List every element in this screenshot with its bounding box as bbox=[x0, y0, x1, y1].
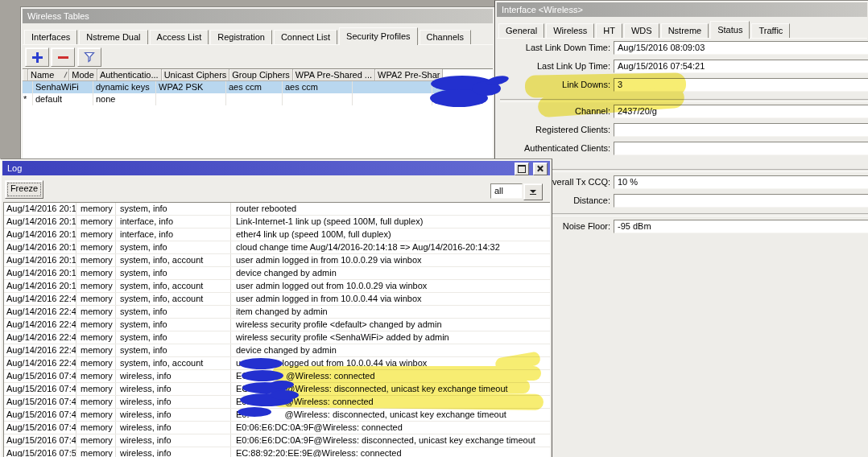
log-topics: system, info bbox=[116, 306, 231, 318]
log-message: wireless security profile <default> chan… bbox=[231, 319, 550, 331]
log-filter-select[interactable]: all bbox=[490, 183, 523, 199]
close-button[interactable] bbox=[533, 163, 548, 175]
column-header[interactable]: Mode bbox=[69, 69, 97, 81]
tab-label: Channels bbox=[427, 32, 464, 42]
log-row[interactable]: Aug/14/2016 20:18:49 memory system, info… bbox=[4, 280, 550, 293]
table-row[interactable]: SenhaWiFi dynamic keys WPA2 PSK aes ccm … bbox=[23, 81, 493, 93]
log-topics: wireless, info bbox=[116, 434, 231, 447]
column-header[interactable]: Name bbox=[28, 69, 69, 81]
interface-panel-tab[interactable]: Nstreme bbox=[661, 23, 709, 38]
log-row[interactable]: Aug/14/2016 22:46:29 memory system, info… bbox=[4, 306, 550, 319]
log-message: user admin logged in from 10.0.0.44 via … bbox=[231, 293, 550, 305]
interface-panel-tab[interactable]: HT bbox=[596, 23, 622, 38]
log-message-text: EC: bbox=[236, 371, 250, 381]
log-titlebar[interactable]: Log bbox=[2, 161, 550, 175]
log-message: wireless security profile <SenhaWiFi> ad… bbox=[231, 331, 550, 344]
log-row[interactable]: Aug/15/2016 07:40:10 memory wireless, in… bbox=[4, 383, 550, 396]
minus-icon bbox=[58, 56, 68, 59]
log-row[interactable]: Aug/14/2016 20:14:53 memory system, info… bbox=[4, 254, 550, 267]
log-row[interactable]: Aug/15/2016 07:40:05 memory wireless, in… bbox=[4, 370, 550, 383]
table-row[interactable]: * default none bbox=[23, 93, 493, 105]
log-row[interactable]: Aug/14/2016 22:47:36 memory system, info… bbox=[4, 319, 550, 331]
log-row[interactable]: Aug/14/2016 20:14:10 memory interface, i… bbox=[4, 216, 550, 228]
log-message-text: user admin logged out from 10.0.0.29 via… bbox=[236, 281, 427, 290]
log-time: Aug/14/2016 22:49:00 bbox=[4, 331, 76, 344]
log-message-text: E0: bbox=[236, 410, 250, 419]
log-row[interactable]: Aug/14/2016 20:14:32 memory system, info… bbox=[4, 241, 550, 254]
wireless-tables-tab[interactable]: Connect List bbox=[274, 30, 337, 44]
column-header-label: Group Ciphers bbox=[232, 70, 290, 80]
column-header[interactable]: WPA Pre-Shared ... bbox=[293, 69, 375, 81]
cell-authentication: WPA2 PSK bbox=[156, 81, 226, 93]
cell-name: default bbox=[33, 93, 93, 105]
log-row[interactable]: Aug/14/2016 22:49:12 memory system, info… bbox=[4, 344, 550, 357]
wireless-tables-tab[interactable]: Security Profiles bbox=[339, 27, 417, 45]
log-buffer: memory bbox=[76, 267, 116, 279]
column-header[interactable]: WPA2 Pre-Shar bbox=[375, 69, 443, 81]
log-row[interactable]: Aug/14/2016 22:49:17 memory system, info… bbox=[4, 357, 550, 370]
log-row[interactable]: Aug/14/2016 20:14:10 memory interface, i… bbox=[4, 228, 550, 241]
column-header[interactable]: Unicast Ciphers bbox=[162, 69, 230, 81]
link-downs-value: 3 bbox=[614, 78, 868, 92]
add-button[interactable] bbox=[25, 47, 49, 67]
log-filter-dropdown-button[interactable] bbox=[523, 183, 543, 200]
interface-panel-tab[interactable]: WDS bbox=[624, 23, 659, 38]
wireless-tables-tab[interactable]: Channels bbox=[420, 30, 471, 44]
winbox-desktop: { "annotations": { "highlight_color": "#… bbox=[0, 0, 868, 457]
log-row[interactable]: Aug/15/2016 07:44:40 memory wireless, in… bbox=[4, 409, 550, 422]
interface-panel-tab[interactable]: Wireless bbox=[546, 23, 594, 38]
column-header-label: Unicast Ciphers bbox=[164, 70, 227, 80]
maximize-button[interactable] bbox=[515, 163, 529, 175]
separator bbox=[500, 169, 868, 172]
cell-wpa-psk bbox=[353, 93, 432, 105]
log-topics: wireless, info bbox=[116, 383, 231, 395]
log-time: Aug/14/2016 20:14:10 bbox=[4, 228, 76, 241]
remove-button[interactable] bbox=[51, 47, 75, 67]
freeze-button[interactable]: Freeze bbox=[5, 180, 43, 199]
log-message: E0:06:E6:DC:0A:9F@Wireless: disconnected… bbox=[231, 434, 550, 447]
log-row[interactable]: Aug/15/2016 07:44:41 memory wireless, in… bbox=[4, 422, 550, 434]
log-time: Aug/14/2016 22:45:22 bbox=[4, 293, 76, 305]
cell-wpa2-psk bbox=[432, 93, 493, 105]
security-profiles-table: Name Mode Authenticatio... Unicast Ciphe… bbox=[23, 68, 493, 160]
cell-wpa2-psk bbox=[432, 81, 493, 93]
column-header[interactable]: Group Ciphers bbox=[229, 69, 293, 81]
log-row[interactable]: Aug/15/2016 07:44:35 memory wireless, in… bbox=[4, 396, 550, 409]
filter-button[interactable] bbox=[77, 47, 101, 67]
log-row[interactable]: Aug/15/2016 07:44:46 memory wireless, in… bbox=[4, 434, 550, 447]
log-list[interactable]: Aug/14/2016 20:14:02 memory system, info… bbox=[3, 202, 550, 457]
log-topics: wireless, info bbox=[116, 396, 231, 408]
cell-mode: dynamic keys bbox=[93, 81, 156, 93]
column-header[interactable] bbox=[23, 69, 28, 81]
log-row[interactable]: Aug/14/2016 22:45:22 memory system, info… bbox=[4, 293, 550, 306]
log-row[interactable]: Aug/14/2016 22:49:00 memory system, info… bbox=[4, 331, 550, 344]
wireless-tables-tab[interactable]: Interfaces bbox=[24, 30, 77, 44]
log-message: device changed by admin bbox=[231, 267, 550, 279]
column-header[interactable]: Authenticatio... bbox=[97, 69, 162, 81]
log-message-text: Link-Internet-1 link up (speed 100M, ful… bbox=[236, 216, 423, 226]
wireless-tables-tab[interactable]: Nstreme Dual bbox=[79, 30, 147, 44]
log-topics: system, info bbox=[116, 203, 231, 215]
log-row[interactable]: Aug/14/2016 20:16:12 memory system, info… bbox=[4, 267, 550, 280]
log-time: Aug/15/2016 07:44:41 bbox=[4, 422, 76, 434]
log-row[interactable]: Aug/15/2016 07:50:19 memory wireless, in… bbox=[4, 447, 550, 457]
column-header-label: Name bbox=[31, 70, 54, 80]
log-time: Aug/15/2016 07:50:19 bbox=[4, 447, 76, 457]
wireless-tables-tab[interactable]: Access List bbox=[150, 30, 209, 44]
log-message-text: item changed by admin bbox=[236, 307, 328, 316]
log-message: user admin logged in from 10.0.0.29 via … bbox=[231, 254, 550, 266]
interface-panel-titlebar[interactable]: Interface <Wireless> bbox=[497, 2, 867, 17]
log-message-text: wireless security profile <default> chan… bbox=[236, 319, 442, 329]
interface-panel-tab[interactable]: General bbox=[498, 23, 544, 38]
log-topics: system, info, account bbox=[116, 293, 231, 305]
interface-panel-tab[interactable]: Status bbox=[710, 21, 750, 39]
log-row[interactable]: Aug/14/2016 20:14:02 memory system, info… bbox=[4, 203, 550, 216]
interface-panel-tab[interactable]: Traffic bbox=[751, 23, 790, 38]
wireless-tables-tab[interactable]: Registration bbox=[210, 30, 272, 44]
cell-group-ciphers bbox=[283, 93, 353, 105]
sort-asc-icon bbox=[64, 72, 68, 78]
wireless-tables-titlebar[interactable]: Wireless Tables bbox=[23, 9, 493, 23]
tab-label: Traffic bbox=[758, 26, 783, 35]
cell-unicast-ciphers bbox=[226, 93, 283, 105]
freeze-button-label: Freeze bbox=[10, 183, 38, 193]
